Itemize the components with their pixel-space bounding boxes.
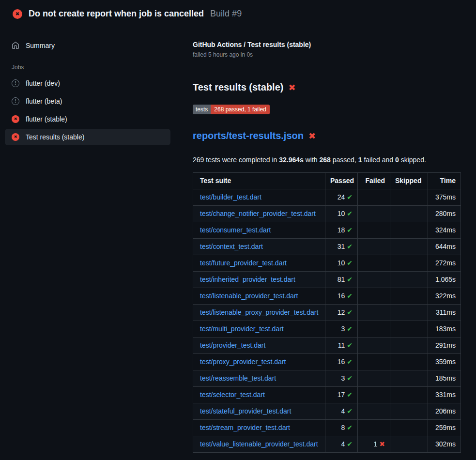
passed-cell: 31✔ bbox=[325, 239, 358, 255]
skipped-cell bbox=[390, 189, 428, 206]
failed-cell bbox=[358, 420, 390, 436]
test-suite-link[interactable]: test/stateful_provider_test.dart bbox=[200, 407, 291, 415]
test-suite-link[interactable]: test/future_provider_test.dart bbox=[200, 259, 287, 267]
section-title: Test results (stable) ✖ bbox=[193, 82, 476, 93]
time-cell: 259ms bbox=[428, 420, 461, 436]
failed-cell bbox=[358, 337, 390, 354]
test-suite-link[interactable]: test/context_test.dart bbox=[200, 243, 263, 250]
check-icon: ✔ bbox=[347, 358, 353, 366]
test-suite-link[interactable]: test/consumer_test.dart bbox=[200, 226, 271, 234]
test-suite-link[interactable]: test/multi_provider_test.dart bbox=[200, 325, 284, 333]
check-icon: ✔ bbox=[347, 226, 353, 234]
failed-cell bbox=[358, 206, 390, 222]
sidebar-item-test-results-stable[interactable]: ✖Test results (stable) bbox=[5, 129, 170, 145]
main-content: GitHub Actions / Test results (stable) f… bbox=[184, 26, 476, 453]
column-header-failed: Failed bbox=[358, 173, 390, 189]
test-suite-cell: test/listenable_proxy_provider_test.dart bbox=[193, 305, 325, 321]
test-suite-link[interactable]: test/value_listenable_provider_test.dart bbox=[200, 440, 318, 448]
cancelled-circle-icon: ! bbox=[12, 97, 19, 105]
check-icon: ✔ bbox=[347, 193, 353, 201]
sidebar-item-flutter-stable[interactable]: ✖flutter (stable) bbox=[5, 111, 170, 127]
test-results-table: Test suite Passed Failed Skipped Time te… bbox=[193, 172, 461, 453]
passed-cell: 8✔ bbox=[325, 420, 358, 436]
test-suite-link[interactable]: test/listenable_provider_test.dart bbox=[200, 292, 298, 300]
time-cell: 644ms bbox=[428, 239, 461, 255]
summary-part: skipped. bbox=[399, 156, 426, 164]
test-suite-cell: test/value_listenable_provider_test.dart bbox=[193, 436, 325, 453]
sidebar-item-label: flutter (stable) bbox=[26, 115, 67, 123]
passed-cell: 3✔ bbox=[325, 321, 358, 337]
failed-cell bbox=[358, 305, 390, 321]
test-suite-link[interactable]: test/selector_test.dart bbox=[200, 391, 265, 399]
sidebar-item-label: flutter (beta) bbox=[26, 97, 62, 105]
x-icon: ✖ bbox=[379, 440, 385, 448]
table-row: test/stateful_provider_test.dart4✔206ms bbox=[193, 403, 461, 420]
check-icon: ✔ bbox=[347, 407, 353, 415]
time-cell: 302ms bbox=[428, 436, 461, 453]
test-suite-link[interactable]: test/provider_test.dart bbox=[200, 341, 265, 349]
run-title: Do not create report when job is cancell… bbox=[29, 9, 204, 19]
check-icon: ✔ bbox=[347, 391, 353, 399]
sidebar-item-label: flutter (dev) bbox=[26, 79, 60, 87]
sidebar-item-flutter-beta[interactable]: !flutter (beta) bbox=[5, 93, 170, 109]
report-link[interactable]: reports/test-results.json bbox=[193, 130, 304, 141]
test-suite-cell: test/stream_provider_test.dart bbox=[193, 420, 325, 436]
table-row: test/listenable_provider_test.dart16✔322… bbox=[193, 288, 461, 305]
table-header-row: Test suite Passed Failed Skipped Time bbox=[193, 173, 461, 189]
failed-cell bbox=[358, 321, 390, 337]
test-suite-link[interactable]: test/builder_test.dart bbox=[200, 193, 261, 201]
test-suite-cell: test/context_test.dart bbox=[193, 239, 325, 255]
test-suite-cell: test/proxy_provider_test.dart bbox=[193, 354, 325, 370]
column-header-passed: Passed bbox=[325, 173, 358, 189]
summary-part: failed and bbox=[362, 156, 396, 164]
test-suite-link[interactable]: test/listenable_proxy_provider_test.dart bbox=[200, 308, 318, 316]
section-title-text: Test results (stable) bbox=[193, 82, 283, 93]
time-cell: 324ms bbox=[428, 222, 461, 239]
time-cell: 375ms bbox=[428, 189, 461, 206]
badge-row: tests 268 passed, 1 failed bbox=[193, 105, 476, 114]
skipped-cell bbox=[390, 420, 428, 436]
test-suite-link[interactable]: test/proxy_provider_test.dart bbox=[200, 358, 286, 366]
page-layout: Summary Jobs !flutter (dev)!flutter (bet… bbox=[0, 26, 476, 453]
test-table-body: test/builder_test.dart24✔375mstest/chang… bbox=[193, 189, 461, 453]
passed-cell: 81✔ bbox=[325, 272, 358, 288]
test-suite-cell: test/multi_provider_test.dart bbox=[193, 321, 325, 337]
skipped-cell bbox=[390, 321, 428, 337]
failed-cell bbox=[358, 370, 390, 387]
summary-part: with bbox=[304, 156, 320, 164]
passed-cell: 10✔ bbox=[325, 206, 358, 222]
check-icon: ✔ bbox=[347, 259, 353, 267]
skipped-cell bbox=[390, 436, 428, 453]
skipped-cell bbox=[390, 239, 428, 255]
skipped-cell bbox=[390, 387, 428, 403]
badge-label: tests bbox=[193, 105, 211, 114]
test-suite-link[interactable]: test/inherited_provider_test.dart bbox=[200, 276, 295, 283]
run-status-line: failed 5 hours ago in 0s bbox=[193, 51, 476, 58]
test-suite-link[interactable]: test/change_notifier_provider_test.dart bbox=[200, 210, 316, 217]
summary-skipped-count: 0 bbox=[395, 156, 399, 164]
skipped-cell bbox=[390, 403, 428, 420]
breadcrumb: GitHub Actions / Test results (stable) bbox=[193, 41, 476, 48]
time-cell: 280ms bbox=[428, 206, 461, 222]
table-row: test/multi_provider_test.dart3✔183ms bbox=[193, 321, 461, 337]
check-icon: ✔ bbox=[347, 308, 353, 316]
test-suite-link[interactable]: test/stream_provider_test.dart bbox=[200, 424, 290, 431]
summary-part: passed, bbox=[331, 156, 358, 164]
jobs-list: !flutter (dev)!flutter (beta)✖flutter (s… bbox=[5, 75, 170, 145]
test-suite-cell: test/stateful_provider_test.dart bbox=[193, 403, 325, 420]
table-row: test/reassemble_test.dart3✔185ms bbox=[193, 370, 461, 387]
summary-passed-count: 268 bbox=[320, 156, 331, 164]
failed-cell bbox=[358, 403, 390, 420]
sidebar-item-flutter-dev[interactable]: !flutter (dev) bbox=[5, 75, 170, 92]
jobs-section-label: Jobs bbox=[5, 54, 170, 75]
skipped-cell bbox=[390, 337, 428, 354]
run-failed-status-icon: ✖ bbox=[13, 9, 22, 19]
test-suite-link[interactable]: test/reassemble_test.dart bbox=[200, 374, 276, 382]
build-number: Build #9 bbox=[210, 9, 242, 19]
table-row: test/stream_provider_test.dart8✔259ms bbox=[193, 420, 461, 436]
column-header-skipped: Skipped bbox=[390, 173, 428, 189]
sidebar-item-summary[interactable]: Summary bbox=[5, 37, 170, 54]
column-header-test-suite: Test suite bbox=[193, 173, 325, 189]
test-suite-cell: test/builder_test.dart bbox=[193, 189, 325, 206]
report-title: reports/test-results.json ✖ bbox=[193, 130, 476, 146]
